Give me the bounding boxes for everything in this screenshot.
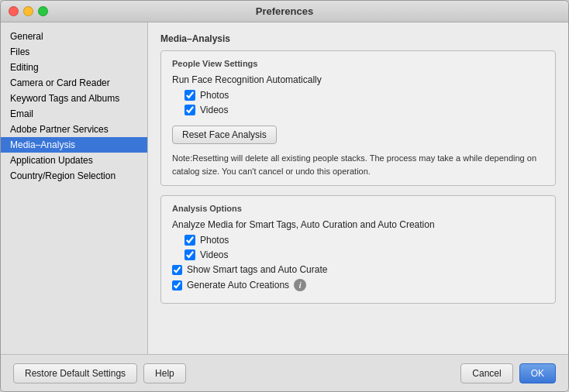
photos-analysis-row: Photos xyxy=(184,235,544,246)
people-view-group: People View Settings Run Face Recognitio… xyxy=(160,50,556,186)
sidebar-item-files[interactable]: Files xyxy=(1,44,147,60)
reset-note: Note:Resetting will delete all existing … xyxy=(172,152,544,177)
photos-analysis-label: Photos xyxy=(200,235,229,246)
sidebar-item-keyword-tags[interactable]: Keyword Tags and Albums xyxy=(1,91,147,106)
videos-face-row: Videos xyxy=(184,105,544,115)
content-area: GeneralFilesEditingCamera or Card Reader… xyxy=(1,22,568,354)
title-bar: Preferences xyxy=(1,1,568,22)
smart-tags-row: Show Smart tags and Auto Curate xyxy=(172,264,544,275)
window-controls xyxy=(9,6,48,16)
reset-face-analysis-button[interactable]: Reset Face Analysis xyxy=(172,126,277,144)
bottom-bar: Restore Default Settings Help Cancel OK xyxy=(1,354,568,391)
sidebar-item-general[interactable]: General xyxy=(1,29,147,44)
auto-creations-label: Generate Auto Creations xyxy=(187,280,289,291)
sidebar-item-editing[interactable]: Editing xyxy=(1,60,147,75)
analysis-options-title: Analysis Options xyxy=(172,204,544,213)
sidebar-item-app-updates[interactable]: Application Updates xyxy=(1,153,147,168)
analyze-media-label: Analyze Media for Smart Tags, Auto Curat… xyxy=(172,219,544,230)
preferences-window: Preferences GeneralFilesEditingCamera or… xyxy=(0,0,569,392)
sidebar-item-email[interactable]: Email xyxy=(1,106,147,122)
run-face-recognition-label: Run Face Recognition Automatically xyxy=(172,74,544,85)
photos-face-row: Photos xyxy=(184,90,544,101)
cancel-button[interactable]: Cancel xyxy=(460,363,512,383)
people-view-title: People View Settings xyxy=(172,59,544,68)
sidebar-item-country-region[interactable]: Country/Region Selection xyxy=(1,168,147,184)
sidebar-item-adobe-partner[interactable]: Adobe Partner Services xyxy=(1,122,147,137)
sidebar-item-camera[interactable]: Camera or Card Reader xyxy=(1,75,147,91)
photos-analysis-checkbox[interactable] xyxy=(184,235,195,246)
close-button[interactable] xyxy=(9,6,19,16)
auto-creations-checkbox[interactable] xyxy=(172,280,182,291)
minimize-button[interactable] xyxy=(23,6,33,16)
photos-face-label: Photos xyxy=(200,90,229,101)
photos-face-checkbox[interactable] xyxy=(184,90,195,101)
maximize-button[interactable] xyxy=(38,6,48,16)
videos-face-label: Videos xyxy=(200,105,228,115)
auto-creations-row: Generate Auto Creations i xyxy=(172,279,544,291)
videos-analysis-checkbox[interactable] xyxy=(184,249,195,260)
section-title: Media–Analysis xyxy=(160,33,556,44)
videos-analysis-row: Videos xyxy=(184,249,544,260)
sidebar: GeneralFilesEditingCamera or Card Reader… xyxy=(1,22,148,354)
ok-button[interactable]: OK xyxy=(519,363,556,383)
info-icon[interactable]: i xyxy=(294,279,306,291)
window-title: Preferences xyxy=(256,5,313,17)
main-panel: Media–Analysis People View Settings Run … xyxy=(148,22,568,354)
videos-face-checkbox[interactable] xyxy=(184,105,195,115)
sidebar-item-media-analysis[interactable]: Media–Analysis xyxy=(1,137,147,153)
restore-defaults-button[interactable]: Restore Default Settings xyxy=(13,363,137,383)
videos-analysis-label: Videos xyxy=(200,249,228,260)
smart-tags-label: Show Smart tags and Auto Curate xyxy=(187,264,327,275)
smart-tags-checkbox[interactable] xyxy=(172,265,182,275)
analysis-options-group: Analysis Options Analyze Media for Smart… xyxy=(160,195,556,304)
help-button[interactable]: Help xyxy=(143,363,186,383)
